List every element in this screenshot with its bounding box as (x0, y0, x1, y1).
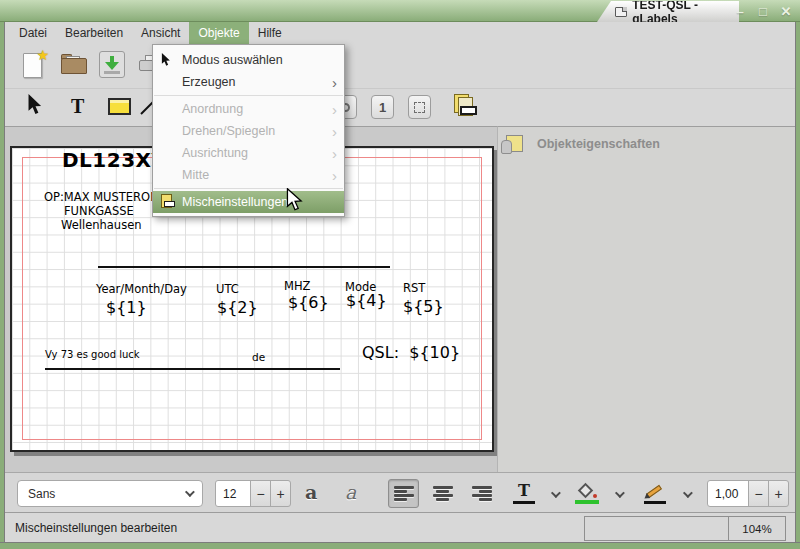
text-color-button[interactable]: T (510, 479, 538, 508)
save-button[interactable] (99, 51, 125, 78)
footer-line-object[interactable] (45, 368, 340, 370)
operator-text-line1[interactable]: OP:MAX MUSTEROM (44, 190, 160, 204)
window-frame-bottom (0, 542, 800, 549)
menu-item-ausrichtung[interactable]: Ausrichtung › (153, 142, 344, 164)
open-button[interactable] (60, 54, 88, 76)
window-title: TEST-QSL - gLabels (632, 0, 739, 26)
font-size-input[interactable]: 12 (215, 480, 251, 507)
chevron-down-icon (185, 487, 195, 497)
font-size-stepper: 12 − + (215, 480, 291, 507)
window-frame-right (795, 20, 800, 549)
menubar: Datei Bearbeiten Ansicht Objekte Hilfe (5, 22, 795, 44)
qsl-merge-text[interactable]: QSL: ${10} (362, 343, 460, 362)
paint-bucket-icon (577, 483, 597, 498)
main-toolbar: ★ (5, 44, 795, 88)
merge-field-value[interactable]: ${1} (106, 298, 147, 317)
text-color-icon: T (518, 483, 530, 499)
menu-datei[interactable]: Datei (10, 22, 56, 44)
horizontal-line-object[interactable] (98, 266, 390, 268)
panel-header: Objekteigenschaften (506, 135, 660, 152)
merge-field-value[interactable]: ${5} (403, 297, 444, 316)
cursor-arrow-icon (161, 53, 182, 67)
status-message: Mischeinstellungen bearbeiten (15, 521, 177, 535)
line-width-increase-button[interactable]: + (768, 480, 789, 507)
column-header[interactable]: MHZ (284, 279, 310, 293)
line-width-input[interactable]: 1,00 (707, 480, 749, 507)
chevron-down-icon[interactable] (551, 488, 561, 498)
footer-de-text[interactable]: de (252, 351, 265, 363)
window-frame-left (0, 20, 5, 549)
titlebar: TEST-QSL - gLabels – □ ✕ (0, 0, 800, 22)
menu-item-drehen-spiegeln[interactable]: Drehen/Spiegeln › (153, 120, 344, 142)
operator-text-line2[interactable]: FUNKGASSE (64, 204, 134, 218)
submenu-arrow-icon: › (332, 102, 337, 117)
zoom-level-indicator: 104% (728, 516, 786, 541)
align-center-button[interactable] (427, 479, 458, 508)
operator-text-line3[interactable]: Wellenhausen (61, 218, 142, 232)
line-width-stepper: 1,00 − + (707, 480, 789, 507)
merge-field-value[interactable]: ${4} (346, 291, 387, 310)
merge-field-value[interactable]: ${2} (217, 298, 258, 317)
minimize-button[interactable]: – (732, 3, 748, 19)
statusbar: Mischeinstellungen bearbeiten 104% (5, 512, 795, 542)
line-color-button[interactable] (641, 479, 669, 508)
chevron-down-icon[interactable] (683, 488, 693, 498)
menu-objekte[interactable]: Objekte (189, 22, 248, 44)
italic-button[interactable]: a (345, 482, 356, 502)
menu-item-modus-auswaehlen[interactable]: Modus auswählen (153, 49, 344, 71)
submenu-arrow-icon: › (332, 75, 337, 90)
drawing-toolbar: T 1 (5, 88, 795, 126)
window-controls: – □ ✕ (732, 0, 794, 22)
bold-button[interactable]: a (305, 482, 317, 502)
app-window: TEST-QSL - gLabels – □ ✕ Datei Bearbeite… (0, 0, 800, 549)
merge-icon (452, 93, 478, 119)
fill-color-button[interactable] (573, 479, 601, 508)
menu-item-anordnung[interactable]: Anordnung › (153, 98, 344, 120)
menu-item-erzeugen[interactable]: Erzeugen › (153, 71, 344, 93)
mouse-cursor (286, 188, 303, 216)
panel-title: Objekteigenschaften (537, 137, 660, 151)
menu-item-mitte[interactable]: Mitte › (153, 164, 344, 186)
font-family-select[interactable]: Sans (17, 480, 203, 507)
merge-properties-button[interactable] (452, 93, 478, 119)
select-arrow-icon (27, 94, 43, 116)
box-tool-button[interactable] (108, 98, 131, 115)
line-width-decrease-button[interactable]: − (748, 480, 769, 507)
submenu-arrow-icon: › (332, 146, 337, 161)
font-size-decrease-button[interactable]: − (250, 480, 271, 507)
align-left-icon (394, 486, 414, 501)
menu-ansicht[interactable]: Ansicht (132, 22, 189, 44)
column-header[interactable]: Year/Month/Day (96, 282, 187, 296)
status-context-box (584, 516, 729, 541)
document-icon (615, 7, 627, 17)
align-right-button[interactable] (466, 479, 497, 508)
close-button[interactable]: ✕ (778, 3, 794, 19)
font-size-increase-button[interactable]: + (270, 480, 291, 507)
maximize-button[interactable]: □ (755, 3, 771, 19)
zoom-fit-icon (414, 102, 425, 113)
objekte-dropdown-menu: Modus auswählen Erzeugen › Anordnung › D… (152, 44, 345, 217)
font-family-value: Sans (28, 487, 55, 501)
column-header[interactable]: RST (403, 281, 425, 295)
text-tool-button[interactable]: T (71, 93, 84, 119)
select-tool-button[interactable] (27, 94, 43, 116)
merge-field-value[interactable]: ${6} (288, 293, 329, 312)
new-document-button[interactable]: ★ (21, 51, 47, 81)
menu-bearbeiten[interactable]: Bearbeiten (56, 22, 132, 44)
alignment-buttons (388, 479, 497, 508)
zoom-fit-button[interactable] (408, 95, 431, 119)
pencil-icon (644, 484, 666, 499)
submenu-arrow-icon: › (332, 168, 337, 183)
align-left-button[interactable] (388, 479, 419, 508)
chevron-down-icon[interactable] (615, 488, 625, 498)
column-header[interactable]: UTC (216, 282, 239, 296)
properties-icon (506, 135, 523, 152)
align-right-icon (472, 486, 492, 501)
merge-settings-icon (161, 194, 176, 210)
star-icon: ★ (36, 47, 49, 63)
menu-item-mischeinstellungen[interactable]: Mischeinstellungen (153, 191, 344, 213)
footer-text-object[interactable]: Vy 73 es good luck (45, 349, 140, 360)
menu-hilfe[interactable]: Hilfe (249, 22, 291, 44)
zoom-100-button[interactable]: 1 (371, 95, 394, 119)
window-title-tab[interactable]: TEST-QSL - gLabels (597, 1, 739, 22)
